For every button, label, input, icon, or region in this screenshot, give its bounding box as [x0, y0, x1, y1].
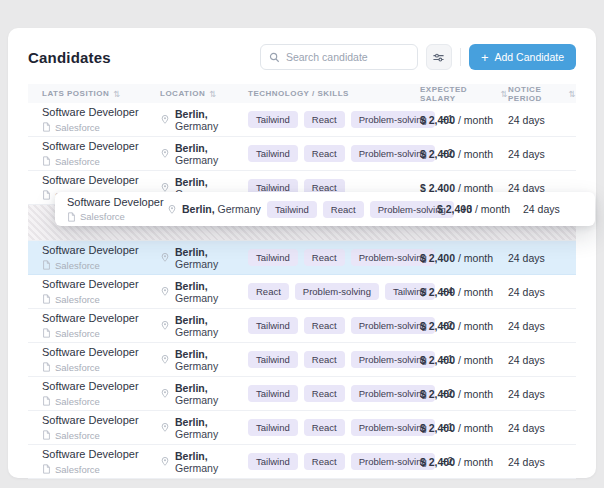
candidates-panel: Candidates + Add Candidate LATS POSITION… [8, 28, 596, 478]
location-country: Germany [175, 360, 218, 372]
location-country: Germany [175, 120, 218, 132]
position-cell: Software Developer Salesforce [42, 106, 160, 132]
column-header-location[interactable]: LOCATION ⇅ [160, 89, 248, 99]
location-city: Berlin, [175, 416, 208, 428]
skill-tag: Tailwind [248, 249, 298, 266]
position-cell: Software Developer Salesforce [42, 346, 160, 372]
location-cell: Berlin, Germany [160, 382, 248, 406]
skill-tag: React [304, 145, 345, 162]
location-pin-icon [160, 422, 170, 433]
candidate-row[interactable]: Software Developer Salesforce Berlin, Ge… [28, 343, 576, 377]
salary-cell: $ 2,400 / month [420, 354, 508, 366]
position-title: Software Developer [42, 244, 160, 257]
salary-period: / month [458, 456, 493, 468]
document-icon [42, 362, 51, 372]
location-pin-icon [160, 354, 170, 365]
location-country: Germany [218, 203, 261, 215]
position-cell: Software Developer Salesforce [42, 244, 160, 270]
candidate-row[interactable]: Software Developer Salesforce Berlin, Ge… [28, 241, 576, 275]
salary-period: / month [458, 354, 493, 366]
column-header-notice-period[interactable]: NOTICE PERIOD ⇅ [508, 85, 576, 103]
filter-button[interactable] [426, 44, 452, 70]
location-pin-icon [160, 320, 170, 331]
skills-cell: TailwindReactProblem-solving+1 [248, 351, 420, 368]
document-icon [42, 464, 51, 474]
position-title: Software Developer [42, 312, 160, 325]
candidate-row[interactable]: Software Developer Salesforce Berlin, Ge… [28, 411, 576, 445]
salary-period: / month [458, 286, 493, 298]
salary-period: / month [475, 203, 510, 215]
location-country: Germany [175, 462, 218, 474]
document-icon [42, 430, 51, 440]
notice-period-cell: 24 days [508, 114, 576, 126]
location-city: Berlin, [175, 348, 208, 360]
skill-tag: React [304, 111, 345, 128]
location-pin-icon [160, 286, 170, 297]
column-label: LATS POSITION [42, 89, 109, 98]
salary-cell: $ 2,400 / month [420, 422, 508, 434]
panel-header: Candidates + Add Candidate [8, 28, 596, 84]
search-input[interactable] [286, 51, 409, 63]
add-candidate-button[interactable]: + Add Candidate [469, 44, 576, 70]
salary-amount: $ 2,400 [420, 114, 455, 126]
location-city: Berlin, [175, 176, 208, 188]
document-icon [42, 260, 51, 270]
skill-tag: React [304, 385, 345, 402]
salary-period: / month [458, 422, 493, 434]
candidate-row[interactable]: Software Developer Salesforce Berlin, Ge… [28, 377, 576, 411]
candidate-row[interactable]: Software Developer Salesforce Berlin, Ge… [28, 137, 576, 171]
salary-amount: $ 2,400 [420, 286, 455, 298]
salary-cell: $ 2,400 / month [420, 286, 508, 298]
skills-cell: TailwindReactProblem-solving+2 [248, 385, 420, 402]
salary-amount: $ 2,400 [420, 252, 455, 264]
document-icon [42, 396, 51, 406]
position-title: Software Developer [42, 106, 160, 119]
toolbar: + Add Candidate [260, 44, 576, 70]
dragged-candidate-row[interactable]: Software Developer Salesforce Berlin, Ge… [55, 192, 595, 226]
salary-cell: $ 2,400 / month [420, 114, 508, 126]
plus-icon: + [481, 51, 489, 64]
position-title: Software Developer [42, 140, 160, 153]
position-title: Software Developer [67, 196, 167, 209]
salary-cell: $ 2,400 / month [420, 388, 508, 400]
skills-cell: Tailwind React Problem-solving +3 [267, 201, 437, 218]
sort-icon: ⇅ [209, 89, 217, 99]
add-candidate-label: Add Candidate [495, 51, 564, 63]
position-cell: Software Developer Salesforce [42, 448, 160, 474]
salary-amount: $ 2,400 [420, 320, 455, 332]
skills-cell: TailwindReactProblem-solving+1 [248, 419, 420, 436]
location-city: Berlin, [175, 450, 208, 462]
column-header-expected-salary[interactable]: EXPECTED SALARY ⇅ [420, 85, 508, 103]
company-name: Salesforce [55, 260, 100, 271]
document-icon [42, 328, 51, 338]
location-country: Germany [175, 326, 218, 338]
location-pin-icon [167, 204, 177, 215]
skill-tag: Tailwind [248, 385, 298, 402]
notice-period-cell: 24 days [508, 286, 576, 298]
location-city: Berlin, [175, 108, 208, 120]
location-pin-icon [160, 252, 170, 263]
candidate-row[interactable]: Software Developer Salesforce Berlin, Ge… [28, 103, 576, 137]
sort-icon: ⇅ [568, 89, 576, 99]
salary-cell: $ 2,400 / month [420, 252, 508, 264]
salary-period: / month [458, 320, 493, 332]
column-header-lats-position[interactable]: LATS POSITION ⇅ [42, 89, 160, 99]
location-pin-icon [160, 456, 170, 467]
table-body: Software Developer Salesforce Berlin, Ge… [28, 103, 576, 479]
company-name: Salesforce [55, 294, 100, 305]
search-box[interactable] [260, 44, 418, 70]
toolbar-divider [460, 48, 461, 66]
location-city: Berlin, [175, 314, 208, 326]
skills-cell: TailwindReactProblem-solving [248, 249, 420, 266]
company-name: Salesforce [55, 396, 100, 407]
location-cell: Berlin, Germany [160, 450, 248, 474]
column-label: NOTICE PERIOD [508, 85, 564, 103]
candidate-row[interactable]: Software Developer Salesforce Berlin, Ge… [28, 309, 576, 343]
candidate-row[interactable]: Software Developer Salesforce Berlin, Ge… [28, 445, 576, 479]
position-cell: Software Developer Salesforce [42, 312, 160, 338]
sort-icon: ⇅ [500, 89, 508, 99]
column-header-technology-skills: TECHNOLOGY / SKILLS [248, 89, 420, 98]
candidate-row[interactable]: Software Developer Salesforce Berlin, Ge… [28, 275, 576, 309]
column-label: EXPECTED SALARY [420, 85, 496, 103]
company-name: Salesforce [55, 328, 100, 339]
